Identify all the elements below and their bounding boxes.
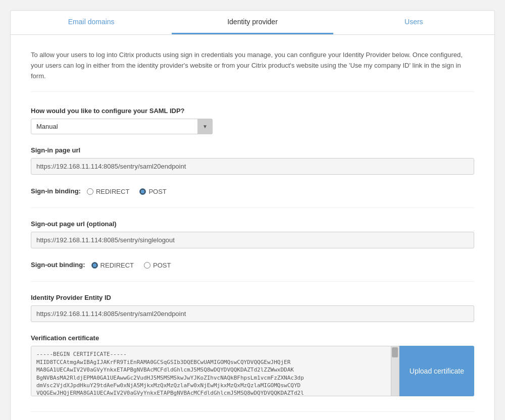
- signin-binding-redirect-label[interactable]: REDIRECT: [87, 188, 129, 195]
- description-text: To allow your users to log into Citrix p…: [31, 50, 474, 92]
- signout-binding-label: Sign-out binding:: [31, 261, 85, 269]
- saml-idp-label: How would you like to configure your SAM…: [31, 107, 474, 115]
- saml-idp-section: How would you like to configure your SAM…: [31, 107, 474, 134]
- tab-email-domains[interactable]: Email domains: [11, 11, 172, 34]
- signout-url-input[interactable]: [31, 232, 474, 248]
- cert-section: Verification certificate -----BEGIN CERT…: [31, 334, 474, 396]
- entity-id-input[interactable]: [31, 305, 474, 322]
- cert-scrollbar[interactable]: [391, 346, 399, 396]
- signin-binding-label: Sign-in binding:: [31, 187, 81, 195]
- signin-binding-redirect-text: REDIRECT: [96, 188, 129, 195]
- signin-binding-post-radio[interactable]: [139, 188, 146, 195]
- signout-binding-radio-group: REDIRECT POST: [91, 261, 171, 269]
- saml-idp-select[interactable]: Manual Automatic: [31, 119, 213, 134]
- entity-id-label: Identity Provider Entity ID: [31, 294, 474, 301]
- tab-bar: Email domains Identity provider Users: [11, 11, 494, 35]
- signin-url-section: Sign-in page url: [31, 146, 474, 175]
- signin-url-input[interactable]: [31, 158, 474, 175]
- upload-certificate-button[interactable]: Upload certificate: [399, 346, 474, 396]
- action-row: Delete Save: [31, 411, 474, 420]
- signout-url-label: Sign-out page url (optional): [31, 220, 474, 228]
- signin-binding-section: Sign-in binding: REDIRECT POST: [31, 187, 474, 195]
- signin-binding-radio-group: REDIRECT POST: [87, 188, 167, 195]
- signin-binding-redirect-radio[interactable]: [87, 188, 93, 195]
- signout-binding-post-label[interactable]: POST: [144, 261, 171, 269]
- signout-binding-redirect-label[interactable]: REDIRECT: [91, 261, 134, 269]
- signout-binding-post-radio[interactable]: [144, 262, 150, 269]
- signout-url-section: Sign-out page url (optional): [31, 207, 474, 248]
- cert-scrollbar-thumb: [392, 347, 398, 357]
- signin-url-label: Sign-in page url: [31, 146, 474, 154]
- signin-binding-post-label[interactable]: POST: [139, 188, 166, 195]
- signin-binding-post-text: POST: [148, 188, 166, 195]
- cert-wrapper: -----BEGIN CERTIFICATE----- MIID8TCCAtmg…: [31, 346, 474, 396]
- content-area: To allow your users to log into Citrix p…: [11, 35, 494, 420]
- cert-label: Verification certificate: [31, 334, 474, 342]
- tab-identity-provider[interactable]: Identity provider: [172, 11, 333, 34]
- page-wrapper: Email domains Identity provider Users To…: [0, 0, 505, 420]
- cert-textarea[interactable]: -----BEGIN CERTIFICATE----- MIID8TCCAtmg…: [31, 346, 391, 396]
- signout-binding-post-text: POST: [153, 261, 171, 269]
- signout-binding-section: Sign-out binding: REDIRECT POST: [31, 260, 474, 269]
- entity-id-section: Identity Provider Entity ID: [31, 281, 474, 322]
- signout-binding-redirect-text: REDIRECT: [100, 261, 134, 269]
- main-card: Email domains Identity provider Users To…: [10, 10, 495, 420]
- tab-users[interactable]: Users: [333, 11, 494, 34]
- signout-binding-redirect-radio[interactable]: [91, 262, 98, 269]
- saml-dropdown-wrapper: Manual Automatic: [31, 119, 213, 134]
